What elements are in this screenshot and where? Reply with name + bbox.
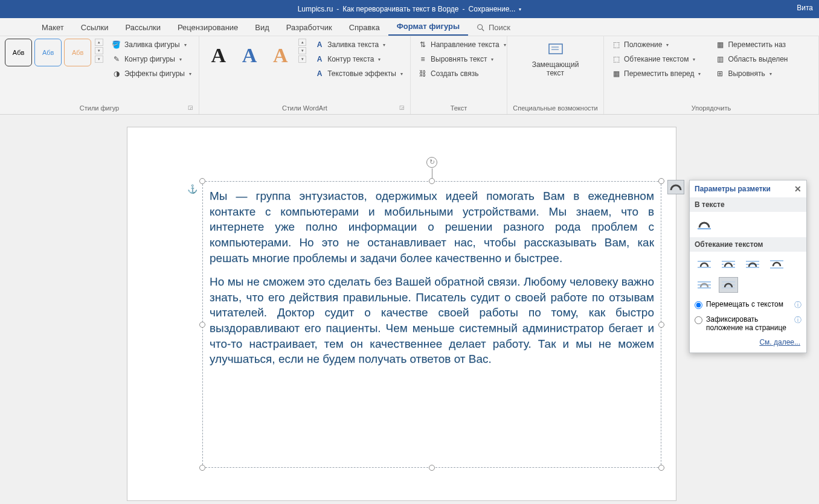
align-text-button[interactable]: ≡Выровнять текст▾ [416,53,509,65]
layout-options-badge[interactable] [667,180,684,194]
rotate-handle[interactable]: ↻ [426,157,437,168]
shape-styles-dialog[interactable]: ◲ [187,104,194,112]
send-backward-button[interactable]: ▦Переместить наз [713,39,790,51]
info-move-icon[interactable]: ⓘ [794,300,801,310]
layout-options-popup: Параметры разметки ✕ В тексте Обтекание … [689,180,807,353]
wrap-tight[interactable] [719,257,738,272]
text-fill-button[interactable]: AЗаливка текста▾ [312,39,405,51]
selection-pane-button[interactable]: ▥Область выделен [713,53,790,65]
text-fill-icon: A [315,40,324,49]
resize-e[interactable] [658,322,664,328]
tab-shape-format[interactable]: Формат фигуры [388,18,468,36]
textbox-content[interactable]: Мы — группа энтузиастов, одержимых идеей… [210,188,654,461]
wrap-text-button[interactable]: ⬚Обтекание текстом▾ [609,53,703,65]
wrap-topbottom[interactable] [767,257,786,272]
resize-ne[interactable] [658,178,664,184]
info-fix-icon[interactable]: ⓘ [794,315,801,325]
text-outline-icon: A [315,54,324,64]
title-site: Lumpics.ru [298,5,333,13]
tab-view[interactable]: Вид [246,19,278,36]
resize-s[interactable] [429,465,435,471]
shape-fill-button[interactable]: 🪣Заливка фигуры▾ [109,39,194,51]
text-effects-icon: A [315,69,324,78]
tab-developer[interactable]: Разработчик [278,19,341,36]
wordart-style-1[interactable]: A [204,39,233,72]
paragraph-1[interactable]: Мы — группа энтузиастов, одержимых идеей… [210,188,654,266]
tab-layout[interactable]: Макет [33,19,72,36]
titlebar: Lumpics.ru - Как переворачивать текст в … [0,0,819,18]
wordart-style-2[interactable]: A [235,39,263,72]
tab-mailings[interactable]: Рассылки [117,19,169,36]
effects-icon: ◑ [112,69,121,78]
shape-style-1[interactable]: Абв [5,39,32,66]
position-button[interactable]: ⬚Положение▾ [609,39,703,51]
popup-title: Параметры разметки [695,185,771,193]
group-text: Текст [416,103,502,113]
title-doc: Как переворачивать текст в Ворде [342,5,458,13]
paragraph-2[interactable]: Но мы не сможем это сделать без Вашей об… [210,274,654,367]
opt-move-with-text[interactable]: Перемещать с текстом ⓘ [690,298,806,313]
bring-forward-button[interactable]: ▦Переместить вперед▾ [609,68,703,80]
bucket-icon: 🪣 [112,40,121,49]
align-button[interactable]: ⊞Выровнять▾ [713,68,790,80]
popup-close[interactable]: ✕ [794,184,801,194]
search-box[interactable]: Поиск [468,19,519,36]
text-outline-button[interactable]: AКонтур текста▾ [312,53,405,65]
opt-fix-position[interactable]: Зафиксировать положение на странице ⓘ [690,313,806,334]
textbox-selected[interactable]: ↻ ⚓ Мы — группа энтузиастов, одержимых и… [202,181,661,468]
wordart-style-3[interactable]: A [266,39,295,72]
resize-se[interactable] [658,465,664,471]
wordart-gallery-scroll[interactable]: ▴▾▾ [298,39,306,63]
group-wordart: Стили WordArt [282,104,327,112]
user-name[interactable]: Вита [797,4,813,12]
svg-rect-2 [549,44,562,54]
wrap-through[interactable] [743,257,762,272]
radio-fix[interactable] [695,316,702,324]
wordart-dialog[interactable]: ◲ [398,104,405,112]
tab-references[interactable]: Ссылки [72,19,117,36]
alt-text-button[interactable]: Замещающий текст [532,39,580,80]
selection-icon: ▥ [715,54,725,64]
group-accessibility: Специальные возможности [512,103,599,113]
resize-nw[interactable] [199,178,205,184]
radio-move[interactable] [695,301,702,309]
position-icon: ⬚ [611,40,621,49]
shape-effects-button[interactable]: ◑Эффекты фигуры▾ [109,68,194,80]
title-dropdown-icon[interactable]: ▾ [519,7,521,12]
wrap-square[interactable] [695,257,714,272]
see-more-link[interactable]: См. далее... [759,338,800,346]
anchor-icon[interactable]: ⚓ [187,184,198,194]
shape-outline-button[interactable]: ✎Контур фигуры▾ [109,53,194,65]
ribbon-tabs: Макет Ссылки Рассылки Рецензирование Вид… [0,18,819,36]
group-shape-styles: Стили фигур [80,104,119,112]
section-inline: В тексте [690,197,806,212]
resize-n[interactable] [429,178,435,184]
align-icon: ⊞ [715,69,725,78]
text-direction-button[interactable]: ⇅Направление текста▾ [416,39,509,51]
group-arrange: Упорядочить [609,103,814,113]
section-wrap: Обтекание текстом [690,237,806,252]
alt-text-icon [547,41,564,58]
pen-icon: ✎ [112,54,121,64]
resize-sw[interactable] [199,465,205,471]
wrap-infront[interactable] [719,277,738,293]
arch-icon [669,182,682,192]
tab-help[interactable]: Справка [341,19,388,36]
text-effects-button[interactable]: AТекстовые эффекты▾ [312,68,405,80]
text-direction-icon: ⇅ [418,40,428,49]
shape-gallery-scroll[interactable]: ▴▾▾ [95,39,103,63]
ribbon: Абв Абв Абв ▴▾▾ 🪣Заливка фигуры▾ ✎Контур… [0,36,819,115]
wrap-icon: ⬚ [611,54,621,64]
wrap-inline[interactable] [695,217,714,232]
resize-w[interactable] [199,322,205,328]
svg-line-1 [482,28,484,31]
title-status: Сохранение... [469,5,516,13]
svg-point-0 [478,24,483,29]
link-icon: ⛓ [418,69,428,78]
shape-style-2[interactable]: Абв [34,39,62,66]
create-link-button[interactable]: ⛓Создать связь [416,68,509,80]
wrap-behind[interactable] [695,277,714,293]
forward-icon: ▦ [611,69,621,78]
tab-review[interactable]: Рецензирование [169,19,246,36]
shape-style-3[interactable]: Абв [64,39,91,66]
